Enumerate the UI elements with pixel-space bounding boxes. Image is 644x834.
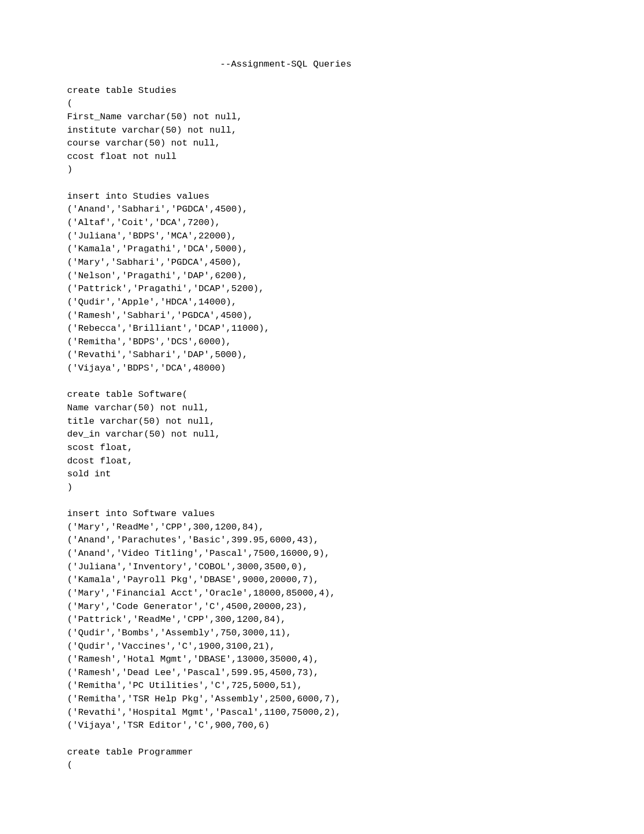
blank-line: [67, 375, 577, 389]
document-title: --Assignment-SQL Queries: [67, 58, 577, 71]
blank-line: [67, 733, 577, 746]
sql-insert-software: insert into Software values ('Mary','Rea…: [67, 507, 577, 733]
sql-insert-studies: insert into Studies values ('Anand','Sab…: [67, 190, 577, 375]
title-text: --Assignment-SQL Queries: [220, 59, 352, 69]
blank-line: [67, 177, 577, 190]
sql-create-studies: create table Studies ( First_Name varcha…: [67, 84, 577, 177]
sql-create-programmer: create table Programmer (: [67, 746, 577, 772]
blank-line: [67, 495, 577, 508]
sql-create-software: create table Software( Name varchar(50) …: [67, 388, 577, 494]
